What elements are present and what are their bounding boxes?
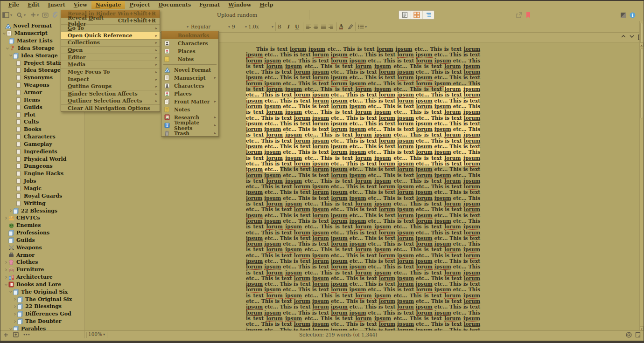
inline-link[interactable]: ipsum: [434, 149, 451, 155]
inline-link[interactable]: lorum: [444, 155, 461, 161]
align-left-button[interactable]: [306, 22, 311, 31]
binder-item-magic[interactable]: Magic: [0, 185, 84, 192]
navigate-menu-item-outliner-selection-affects[interactable]: Outliner Selection Affects▸: [61, 98, 160, 105]
inline-link[interactable]: ipsum: [416, 304, 433, 310]
binder-item-differences-god[interactable]: Differences God: [0, 310, 84, 318]
binder-item-the-original-six[interactable]: The Original Six: [0, 295, 84, 303]
inline-link[interactable]: ipsum: [285, 109, 302, 115]
inline-link[interactable]: lorum: [355, 132, 371, 138]
inline-link[interactable]: ipsum: [285, 63, 302, 69]
share-button[interactable]: [516, 11, 523, 19]
navigate-menu-item-binder-selection-affects[interactable]: Binder Selection Affects▸: [61, 90, 160, 98]
inline-link[interactable]: lorum: [397, 258, 413, 264]
inline-link[interactable]: ipsum: [246, 258, 263, 264]
inline-link[interactable]: ipsum: [395, 46, 412, 52]
document-view-button[interactable]: [399, 11, 411, 19]
inline-link[interactable]: lorum: [444, 247, 461, 253]
inline-link[interactable]: lorum: [397, 121, 413, 127]
inline-link[interactable]: ipsum: [397, 230, 414, 236]
binder-add-folder-button[interactable]: [13, 332, 19, 337]
inline-link[interactable]: ipsum: [285, 201, 302, 207]
inline-link[interactable]: lorum: [379, 298, 395, 304]
inline-link[interactable]: ipsum: [312, 298, 329, 304]
inline-link[interactable]: lorum: [464, 69, 480, 75]
inline-link[interactable]: ipsum: [264, 195, 281, 201]
inline-link[interactable]: lorum: [294, 115, 310, 121]
inline-link[interactable]: ipsum: [434, 264, 451, 270]
menubar-item-file[interactable]: File: [4, 1, 23, 9]
inline-link[interactable]: lorum: [416, 310, 432, 316]
inline-link[interactable]: lorum: [379, 138, 395, 144]
inline-link[interactable]: ipsum: [246, 304, 263, 310]
inline-link[interactable]: lorum: [294, 321, 310, 327]
inline-link[interactable]: lorum: [444, 224, 461, 230]
inline-link[interactable]: lorum: [464, 138, 480, 144]
attach-button[interactable]: [52, 11, 57, 19]
inline-link[interactable]: ipsum: [331, 144, 348, 150]
navigate-menu-item-open[interactable]: Open▸: [61, 47, 160, 54]
inline-link[interactable]: lorum: [294, 92, 310, 98]
snapshot-button[interactable]: [42, 11, 49, 19]
inline-link[interactable]: ipsum: [285, 270, 302, 276]
inline-link[interactable]: ipsum: [463, 224, 480, 230]
menubar-item-edit[interactable]: Edit: [23, 1, 43, 9]
list-button[interactable]: ▾: [358, 22, 367, 31]
inline-link[interactable]: lorum: [355, 247, 371, 253]
expand-open-icon[interactable]: [9, 327, 13, 330]
quick-reference-item-trash[interactable]: Trash▸: [161, 129, 218, 137]
inline-link[interactable]: lorum: [444, 132, 461, 138]
inline-link[interactable]: ipsum: [264, 172, 281, 178]
italic-button[interactable]: I: [287, 22, 289, 31]
inline-link[interactable]: lorum: [331, 81, 347, 87]
inline-link[interactable]: lorum: [313, 235, 329, 241]
inline-link[interactable]: ipsum: [350, 310, 366, 316]
binder-add-button[interactable]: [3, 332, 8, 337]
navigate-menu-item-collections[interactable]: Collections▸: [61, 40, 160, 47]
inline-link[interactable]: ipsum: [350, 149, 366, 155]
inline-link[interactable]: ipsum: [246, 189, 263, 195]
bold-button[interactable]: B: [278, 22, 281, 31]
inline-link[interactable]: lorum: [397, 281, 413, 287]
quick-reference-item-places[interactable]: Places: [161, 89, 218, 97]
inline-link[interactable]: ipsum: [397, 298, 414, 304]
align-right-button[interactable]: [328, 22, 334, 31]
inline-link[interactable]: ipsum: [331, 75, 348, 81]
expand-closed-icon[interactable]: [13, 320, 17, 323]
menubar-item-window[interactable]: Window: [224, 1, 255, 9]
inline-link[interactable]: ipsum: [312, 92, 329, 98]
menubar-item-format[interactable]: Format: [195, 1, 224, 9]
editor-scroll-down-arrow[interactable]: ▾: [640, 326, 644, 330]
corkboard-view-button[interactable]: [411, 11, 422, 19]
inline-link[interactable]: lorum: [246, 103, 262, 110]
inline-link[interactable]: lorum: [266, 270, 282, 276]
binder-item-the-doubter[interactable]: The Doubter: [0, 318, 84, 325]
inline-link[interactable]: lorum: [464, 161, 480, 167]
inline-link[interactable]: lorum: [266, 201, 282, 207]
binder-item-enemies[interactable]: Enemies: [0, 222, 84, 229]
inline-link[interactable]: lorum: [355, 178, 371, 184]
expand-open-icon[interactable]: [2, 32, 6, 35]
expand-closed-icon[interactable]: [4, 216, 8, 220]
inline-link[interactable]: lorum: [444, 316, 461, 322]
inline-link[interactable]: lorum: [266, 132, 282, 138]
navigate-menu-item-inspect[interactable]: Inspect▸: [61, 76, 160, 83]
inline-link[interactable]: lorum: [397, 304, 413, 310]
inline-link[interactable]: lorum: [464, 206, 480, 213]
inline-link[interactable]: lorum: [294, 138, 310, 144]
menubar-item-view[interactable]: View: [70, 1, 91, 9]
inline-link[interactable]: lorum: [266, 109, 282, 115]
inline-link[interactable]: ipsum: [374, 155, 391, 161]
inline-link[interactable]: ipsum: [434, 103, 451, 110]
inline-link[interactable]: ipsum: [350, 81, 366, 87]
inline-link[interactable]: ipsum: [434, 172, 451, 178]
expand-closed-icon[interactable]: [4, 261, 8, 264]
inline-link[interactable]: ipsum: [264, 241, 281, 247]
inline-link[interactable]: lorum: [355, 201, 371, 207]
binder-item-dungeons[interactable]: Dungeons: [0, 163, 84, 170]
inline-link[interactable]: lorum: [331, 264, 347, 270]
inline-link[interactable]: lorum: [331, 172, 347, 178]
inline-link[interactable]: ipsum: [350, 218, 366, 224]
zoom-control[interactable]: 100% ▾: [88, 331, 105, 337]
inline-link[interactable]: ipsum: [416, 235, 433, 241]
inline-link[interactable]: ipsum: [374, 201, 391, 207]
